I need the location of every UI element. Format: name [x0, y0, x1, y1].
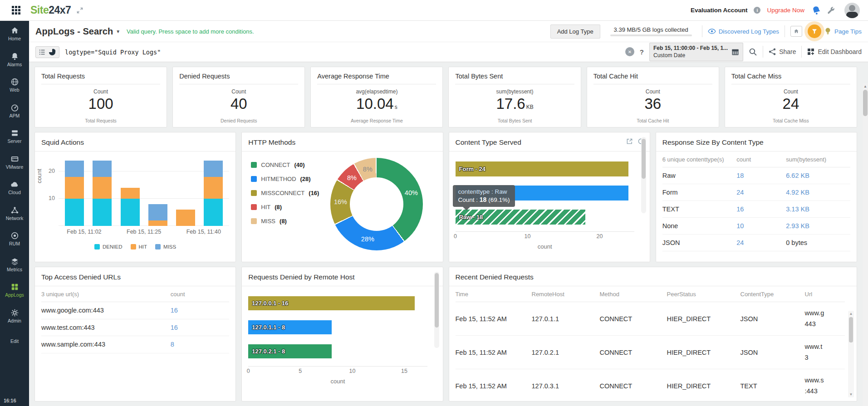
- denied-segment[interactable]: [204, 199, 223, 226]
- miss-segment[interactable]: [65, 161, 84, 177]
- sidebar-item-web[interactable]: Web: [0, 72, 29, 98]
- site24x7-logo[interactable]: Site24x7: [30, 4, 71, 16]
- search-icon[interactable]: [749, 48, 757, 56]
- h-bar[interactable]: 127.0.1.1 - 8: [248, 320, 331, 334]
- edit-dashboard-button[interactable]: Edit Dashboard: [807, 48, 862, 55]
- legend-label: MISS: [163, 244, 176, 249]
- sidebar-item-server[interactable]: Server: [0, 123, 29, 149]
- query-mode-toggle[interactable]: [35, 46, 59, 58]
- stacked-bar[interactable]: [121, 188, 140, 226]
- hit-segment[interactable]: [176, 210, 195, 226]
- content-type-chart[interactable]: Form - 24JSON - 24Raw - 1801020count: [449, 152, 650, 257]
- table-row: Form244.92 KB: [662, 184, 850, 201]
- date-range-picker[interactable]: Feb 15, 11:00:00 - Feb 15, 1... Custom D…: [649, 43, 743, 61]
- cell-count-link[interactable]: 16: [171, 324, 229, 331]
- cell-count-link[interactable]: 24: [736, 189, 786, 196]
- h-bar[interactable]: JSON - 24: [456, 186, 629, 201]
- page-scrollbar[interactable]: ▲: [863, 83, 868, 406]
- sidebar-item-alarms[interactable]: Alarms: [0, 47, 29, 73]
- legend-item[interactable]: MISS: [155, 244, 176, 249]
- filter-funnel-icon[interactable]: [808, 24, 821, 38]
- remote-host-chart[interactable]: 127.0.0.1 - 16127.0.1.1 - 8127.0.2.1 - 8…: [242, 286, 442, 391]
- hit-segment[interactable]: [148, 220, 167, 226]
- miss-segment[interactable]: [148, 204, 167, 220]
- tools-wrench-icon[interactable]: [827, 6, 835, 15]
- h-bar[interactable]: 127.0.2.1 - 8: [248, 344, 331, 358]
- sidebar-item-apm[interactable]: APM: [0, 98, 29, 124]
- notifications-bell-icon[interactable]: [811, 5, 820, 15]
- scroll-up-icon[interactable]: ▲: [848, 312, 854, 316]
- cell-count-link[interactable]: 18: [736, 172, 786, 179]
- h-bar[interactable]: Raw - 18: [456, 210, 585, 225]
- h-bar[interactable]: Form - 24: [456, 161, 629, 176]
- stacked-bar[interactable]: [176, 210, 195, 226]
- cell-sum-link[interactable]: 4.92 KB: [786, 189, 850, 196]
- stat-footer-label: Total Cache Hit: [593, 118, 712, 123]
- miss-segment[interactable]: [204, 161, 223, 177]
- page-tips-group[interactable]: Page Tips: [808, 24, 862, 38]
- x-axis-labels: Feb 15, 11:02Feb 15, 11:25Feb 15, 11:40: [59, 229, 229, 236]
- home-shortcut-icon[interactable]: [790, 26, 802, 37]
- sidebar-item-applogs[interactable]: AppLogs: [0, 277, 29, 303]
- app-launcher-icon[interactable]: [12, 6, 20, 15]
- sidebar-item-rum[interactable]: RUM: [0, 226, 29, 252]
- hit-segment[interactable]: [93, 177, 112, 199]
- user-avatar[interactable]: [844, 3, 860, 18]
- stacked-bar[interactable]: [93, 161, 112, 226]
- legend-item[interactable]: MISSCONNECT (16): [251, 190, 319, 196]
- stacked-bar[interactable]: [148, 204, 167, 226]
- cell-sum-link[interactable]: 2.93 KB: [786, 222, 850, 230]
- squid-actions-chart[interactable]: count1020Feb 15, 11:02Feb 15, 11:25Feb 1…: [35, 152, 235, 257]
- legend-item[interactable]: CONNECT (40): [251, 161, 319, 168]
- cell-sum-link[interactable]: 6.62 KB: [786, 172, 850, 179]
- query-input[interactable]: logtype="Squid Proxy Logs": [65, 49, 161, 56]
- clear-query-icon[interactable]: ✕: [625, 47, 634, 56]
- sidebar-item-label: Web: [10, 88, 19, 93]
- share-button[interactable]: Share: [769, 48, 796, 55]
- hit-segment[interactable]: [121, 188, 140, 199]
- scroll-up-icon[interactable]: ▲: [863, 84, 868, 88]
- stacked-bar[interactable]: [204, 161, 223, 226]
- legend-label: HITMETHOD: [261, 176, 296, 182]
- legend-swatch: [251, 162, 257, 168]
- sidebar-item-metrics[interactable]: Metrics: [0, 252, 29, 278]
- legend-item[interactable]: HIT (8): [251, 204, 319, 210]
- sidebar-item-vmware[interactable]: VMware: [0, 149, 29, 175]
- denied-segment[interactable]: [121, 199, 140, 226]
- sidebar-item-edit[interactable]: Edit: [0, 328, 29, 354]
- h-bar[interactable]: 127.0.0.1 - 16: [248, 296, 415, 310]
- denied-segment[interactable]: [65, 199, 84, 226]
- scroll-down-icon[interactable]: ▼: [848, 392, 854, 396]
- stacked-bar[interactable]: [65, 161, 84, 226]
- sidebar-item-admin[interactable]: Admin: [0, 303, 29, 329]
- export-icon[interactable]: [626, 138, 633, 145]
- upgrade-link[interactable]: Upgrade Now: [767, 7, 804, 14]
- cell-count-link[interactable]: 16: [736, 205, 786, 213]
- sidebar-item-cloud[interactable]: Cloud: [0, 175, 29, 201]
- http-methods-chart[interactable]: CONNECT (40)HITMETHOD (28)MISSCONNECT (1…: [242, 152, 442, 257]
- hit-segment[interactable]: [204, 177, 223, 199]
- help-icon[interactable]: ?: [640, 48, 644, 56]
- cell-count-link[interactable]: 24: [736, 239, 786, 246]
- expand-icon[interactable]: [76, 7, 83, 14]
- sidebar-item-home[interactable]: Home: [0, 21, 29, 47]
- legend-item[interactable]: MISS (8): [251, 218, 319, 225]
- page-title-dropdown[interactable]: AppLogs - Search ▼: [35, 26, 120, 37]
- sidebar-item-network[interactable]: Network: [0, 201, 29, 226]
- legend-item[interactable]: HITMETHOD (28): [251, 176, 319, 182]
- miss-segment[interactable]: [93, 161, 112, 177]
- legend-item[interactable]: HIT: [131, 244, 147, 249]
- cell-count-link[interactable]: 16: [171, 307, 229, 314]
- info-icon[interactable]: i: [754, 7, 760, 14]
- discovered-log-types-link[interactable]: Discovered Log Types: [708, 28, 779, 35]
- chart-scrollbar[interactable]: [434, 272, 439, 348]
- add-log-type-button[interactable]: Add Log Type: [550, 24, 600, 39]
- cell-count-link[interactable]: 10: [736, 222, 786, 230]
- cell-count-link[interactable]: 8: [171, 341, 229, 348]
- legend-item[interactable]: DENIED: [94, 244, 122, 249]
- denied-segment[interactable]: [93, 199, 112, 226]
- table-scrollbar[interactable]: ▲ ▼: [848, 311, 854, 397]
- cell-sum-link[interactable]: 3.13 KB: [786, 205, 850, 213]
- chart-scrollbar[interactable]: [641, 137, 646, 213]
- hit-segment[interactable]: [65, 177, 84, 199]
